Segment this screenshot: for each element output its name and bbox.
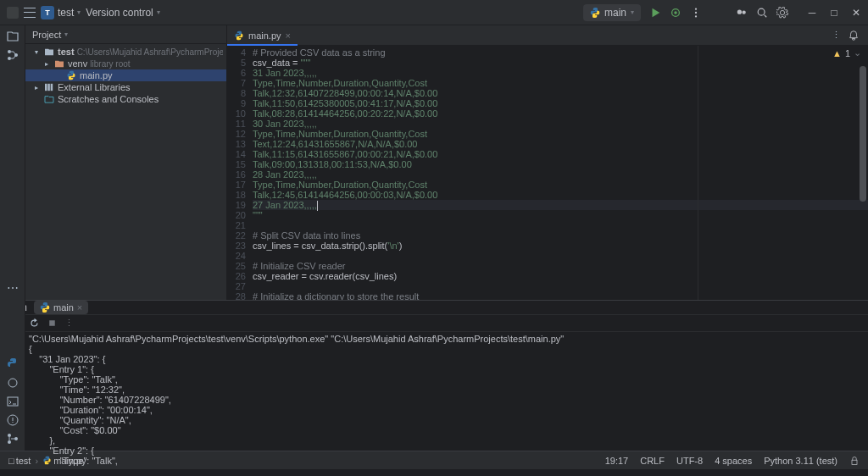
problems-tool-icon[interactable] — [6, 413, 19, 427]
run-tool-window: Run main × ⋮ "C:\Users\Mujahid Ashraf\Py… — [0, 300, 868, 451]
venv-hint: library root — [90, 59, 130, 69]
maximize-button[interactable]: □ — [829, 8, 839, 18]
debug-button[interactable] — [670, 7, 682, 19]
minimize-button[interactable]: ─ — [807, 8, 817, 18]
project-tool-icon[interactable] — [6, 30, 19, 43]
expand-arrow-icon[interactable]: ▸ — [42, 60, 51, 68]
project-name-label: test — [58, 7, 74, 19]
issues-count: 1 — [845, 48, 850, 58]
project-view-selector[interactable]: Project ▾ — [32, 30, 68, 40]
svg-rect-10 — [47, 84, 50, 91]
more-actions-icon[interactable] — [690, 7, 702, 19]
panel-title-label: Project — [32, 30, 61, 40]
root-path: C:\Users\Mujahid Ashraf\PycharmProjects\… — [77, 47, 223, 57]
main-file-label: main.py — [80, 70, 223, 80]
stop-toolbar-button[interactable] — [47, 318, 58, 329]
chevron-down-icon: ▾ — [157, 8, 160, 16]
app-logo[interactable] — [7, 7, 19, 19]
scratches-label: Scratches and Consoles — [58, 94, 223, 104]
structure-tool-icon[interactable] — [6, 48, 19, 62]
svg-point-2 — [695, 8, 697, 9]
close-tab-button[interactable]: × — [286, 30, 291, 41]
chevron-down-icon: ▾ — [631, 8, 634, 16]
svg-point-6 — [8, 50, 11, 53]
sb-encoding[interactable]: UTF-8 — [676, 456, 703, 466]
left-tool-rail: ⋯ — [0, 25, 25, 300]
external-libs-label: External Libraries — [58, 82, 223, 92]
project-badge: T — [41, 6, 54, 19]
search-icon[interactable] — [756, 7, 768, 19]
terminal-tool-icon[interactable] — [6, 395, 19, 408]
tree-scratches[interactable]: Scratches and Consoles — [25, 93, 226, 105]
svg-point-19 — [8, 440, 11, 444]
root-name: test — [58, 47, 75, 57]
sb-file[interactable]: main.py — [53, 456, 86, 466]
expand-arrow-icon[interactable]: ▾ — [32, 48, 41, 56]
run-output[interactable]: "C:\Users\Mujahid Ashraf\PycharmProjects… — [25, 332, 868, 466]
services-tool-icon[interactable] — [6, 376, 19, 390]
svg-rect-9 — [45, 84, 47, 91]
expand-arrow-icon[interactable]: ▸ — [32, 84, 41, 91]
editor-body[interactable]: 4567891011121314151617181920212223242526… — [227, 46, 868, 300]
main-menu-icon[interactable] — [24, 8, 36, 18]
python-file-icon — [66, 70, 76, 80]
python-file-icon — [42, 456, 52, 465]
vcs-menu[interactable]: Version control ▾ — [86, 7, 159, 19]
svg-point-20 — [14, 437, 18, 440]
sb-line-sep[interactable]: CRLF — [640, 456, 665, 466]
tree-main-file[interactable]: main.py — [25, 69, 226, 81]
lock-icon[interactable] — [849, 456, 860, 466]
vcs-tool-icon[interactable] — [6, 432, 19, 446]
svg-point-3 — [695, 11, 697, 13]
run-config-selector[interactable]: main ▾ — [583, 4, 641, 21]
sb-project-icon: □ — [8, 456, 14, 466]
editor-scrollbar[interactable] — [860, 66, 866, 300]
python-console-tool-icon[interactable] — [6, 357, 19, 371]
scratch-icon — [44, 95, 54, 103]
svg-point-4 — [695, 15, 697, 17]
chevron-down-icon: ▾ — [64, 30, 68, 38]
python-file-icon — [234, 30, 244, 41]
svg-point-1 — [674, 11, 677, 14]
code-with-me-icon[interactable] — [736, 7, 748, 19]
project-selector[interactable]: T test ▾ — [41, 6, 81, 19]
editor-tab-main[interactable]: main.py × — [227, 26, 298, 46]
svg-point-7 — [8, 57, 11, 60]
folder-icon — [54, 59, 64, 68]
issues-badge[interactable]: ▲ 1 ⌄ — [832, 47, 861, 58]
sb-position[interactable]: 19:17 — [605, 456, 629, 466]
sb-project[interactable]: test — [16, 456, 31, 466]
tree-root[interactable]: ▾ test C:\Users\Mujahid Ashraf\PycharmPr… — [25, 46, 226, 58]
run-tab[interactable]: main × — [34, 301, 88, 314]
run-button[interactable] — [649, 7, 661, 19]
svg-point-5 — [758, 8, 765, 15]
svg-rect-11 — [51, 84, 53, 91]
more-tab-actions-icon[interactable]: ⋮ — [832, 30, 841, 41]
svg-rect-14 — [49, 320, 55, 326]
more-tools-icon[interactable]: ⋯ — [7, 281, 19, 295]
svg-point-18 — [8, 434, 11, 437]
project-panel: Project ▾ ▾ test C:\Users\Mujahid Ashraf… — [25, 25, 227, 300]
editor-tab-label: main.py — [248, 30, 281, 41]
python-icon — [40, 302, 50, 313]
tree-external-libs[interactable]: ▸ External Libraries — [25, 81, 226, 93]
titlebar: T test ▾ Version control ▾ main ▾ ─ □ ✕ — [0, 0, 868, 25]
tree-venv[interactable]: ▸ venv library root — [25, 58, 226, 69]
warning-icon: ▲ — [832, 48, 842, 58]
editor: main.py × ⋮ 4567891011121314151617181920… — [227, 25, 868, 300]
column-guide — [698, 46, 698, 300]
folder-icon — [44, 47, 54, 56]
rerun-toolbar-button[interactable] — [29, 318, 40, 329]
sb-interpreter[interactable]: Python 3.11 (test) — [764, 456, 837, 466]
svg-point-15 — [8, 379, 17, 387]
close-run-tab[interactable]: × — [77, 302, 82, 313]
close-button[interactable]: ✕ — [851, 8, 861, 18]
run-config-label: main — [604, 7, 626, 19]
sb-indent[interactable]: 4 spaces — [715, 456, 752, 466]
run-tab-label: main — [53, 302, 74, 313]
venv-name: venv — [68, 58, 87, 69]
settings-icon[interactable] — [776, 7, 788, 19]
notifications-icon[interactable] — [848, 30, 860, 42]
chevron-down-icon: ▾ — [77, 8, 81, 16]
python-icon — [590, 8, 600, 18]
